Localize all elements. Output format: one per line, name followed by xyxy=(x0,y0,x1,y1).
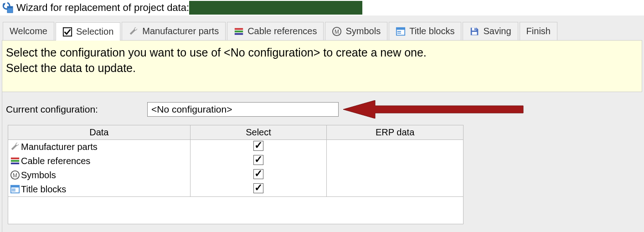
window-titlebar: Wizard for replacement of project data: xyxy=(0,0,644,15)
select-checkbox[interactable] xyxy=(253,141,263,151)
svg-marker-16 xyxy=(343,100,523,119)
erp-cell[interactable] xyxy=(327,182,464,197)
erp-cell[interactable] xyxy=(327,139,464,154)
tab-welcome[interactable]: Welcome xyxy=(3,22,54,40)
erp-cell[interactable] xyxy=(327,168,464,182)
row-label: Symbols xyxy=(21,170,56,180)
svg-rect-14 xyxy=(474,28,476,30)
svg-rect-6 xyxy=(235,33,243,35)
tab-label: Saving xyxy=(483,26,511,36)
select-checkbox[interactable] xyxy=(253,155,263,165)
svg-rect-4 xyxy=(235,28,243,30)
current-configuration-value: <No configuration> xyxy=(151,104,232,114)
row-label: Title blocks xyxy=(21,184,66,195)
wrench-icon xyxy=(10,142,20,152)
symbol-m-icon: M xyxy=(10,170,20,180)
current-configuration-row: Current configuration: <No configuration… xyxy=(2,92,642,125)
tab-finish[interactable]: Finish xyxy=(520,22,557,40)
row-label: Manufacturer parts xyxy=(21,142,98,152)
save-icon xyxy=(469,26,479,36)
tab-label: Manufacturer parts xyxy=(142,26,219,36)
svg-rect-15 xyxy=(472,31,477,34)
tab-selection[interactable]: Selection xyxy=(56,22,120,41)
tab-label: Finish xyxy=(526,26,551,36)
tab-symbols[interactable]: M Symbols xyxy=(325,22,387,40)
titleblock-icon xyxy=(10,184,20,194)
instruction-line-2: Select the data to update. xyxy=(6,61,638,76)
tab-label: Welcome xyxy=(10,26,47,36)
symbol-m-icon: M xyxy=(332,26,342,36)
select-checkbox[interactable] xyxy=(253,183,263,193)
wrench-icon xyxy=(129,26,139,36)
table-row[interactable]: Title blocks xyxy=(8,182,464,197)
instruction-panel: Select the configuration you want to use… xyxy=(2,40,642,92)
erp-cell[interactable] xyxy=(327,154,464,168)
column-header-select[interactable]: Select xyxy=(190,125,327,139)
svg-rect-24 xyxy=(12,189,15,190)
svg-rect-25 xyxy=(12,191,15,191)
svg-text:M: M xyxy=(335,28,339,35)
svg-rect-11 xyxy=(397,31,401,32)
tab-saving[interactable]: Saving xyxy=(463,22,518,40)
column-header-erp[interactable]: ERP data xyxy=(327,125,464,139)
svg-rect-23 xyxy=(11,186,19,188)
svg-rect-12 xyxy=(397,32,401,33)
tab-title-blocks[interactable]: Title blocks xyxy=(389,22,461,40)
select-checkbox[interactable] xyxy=(253,169,263,179)
svg-rect-2 xyxy=(7,6,13,8)
titleblock-icon xyxy=(396,26,406,36)
svg-rect-10 xyxy=(397,27,405,30)
current-configuration-select[interactable]: <No configuration> xyxy=(147,102,339,117)
tab-cable-references[interactable]: Cable references xyxy=(227,22,324,40)
table-row[interactable]: Cable references xyxy=(8,154,464,168)
tab-label: Symbols xyxy=(345,26,381,36)
table-row[interactable]: Manufacturer parts xyxy=(8,139,464,154)
tab-manufacturer-parts[interactable]: Manufacturer parts xyxy=(122,22,226,40)
grid-empty-area xyxy=(8,197,464,224)
title-redacted-block xyxy=(189,1,362,15)
row-label: Cable references xyxy=(21,156,90,166)
window-title: Wizard for replacement of project data: xyxy=(16,2,189,14)
cable-icon xyxy=(234,26,244,36)
refresh-box-icon xyxy=(2,2,14,14)
column-header-data[interactable]: Data xyxy=(8,125,191,139)
tab-label: Cable references xyxy=(247,26,317,36)
checkbox-checked-icon xyxy=(62,27,72,37)
wizard-tabs: Welcome Selection Manufacturer parts Cab… xyxy=(0,22,644,40)
cable-icon xyxy=(10,156,20,166)
instruction-line-1: Select the configuration you want to use… xyxy=(6,45,638,61)
svg-rect-17 xyxy=(11,158,19,160)
tab-label: Selection xyxy=(76,26,113,37)
data-grid: Data Select ERP data Manufacturer parts xyxy=(8,125,638,224)
svg-rect-3 xyxy=(63,27,72,36)
tab-label: Title blocks xyxy=(409,26,454,36)
svg-text:M: M xyxy=(13,172,17,179)
table-row[interactable]: M Symbols xyxy=(8,168,464,182)
svg-rect-5 xyxy=(235,31,243,32)
svg-rect-19 xyxy=(11,163,19,165)
annotation-arrow xyxy=(343,100,526,119)
svg-rect-18 xyxy=(11,160,19,162)
current-configuration-label: Current configuration: xyxy=(6,104,147,115)
